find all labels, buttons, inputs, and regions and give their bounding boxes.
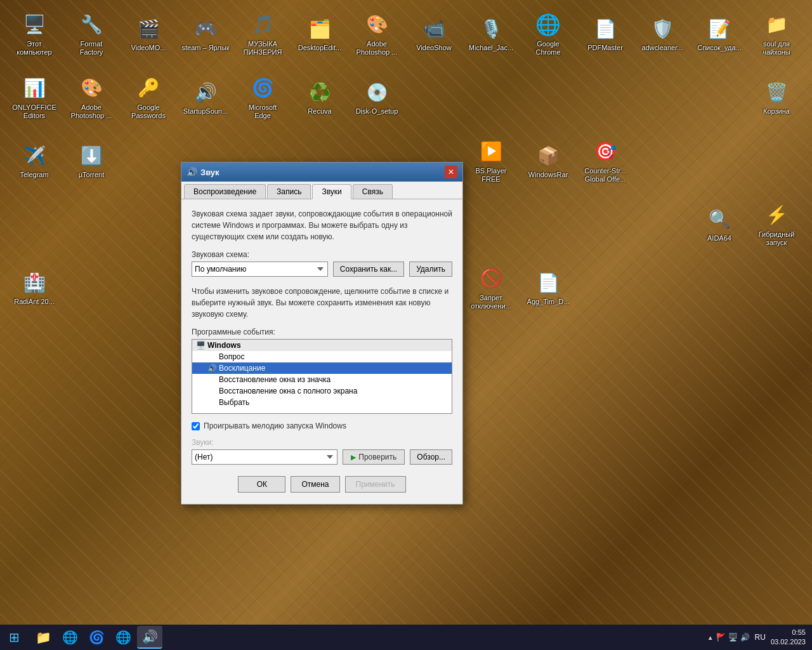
scheme-select[interactable]: По умолчанию: [192, 262, 328, 277]
start-button[interactable]: ⊞: [0, 625, 28, 650]
apply-button[interactable]: Применить: [345, 476, 406, 493]
dialog-tabs: Воспроизведение Запись Звуки Связь: [181, 182, 462, 199]
scheme-label: Звуковая схема:: [192, 250, 452, 259]
icon-ms-edge[interactable]: 🌀 MicrosoftEdge: [235, 70, 291, 126]
save-as-button[interactable]: Сохранить как...: [333, 262, 404, 277]
icon-hybrid[interactable]: ⚡ Гибридныйзапуск: [749, 197, 804, 253]
tab-sounds[interactable]: Звуки: [312, 184, 351, 199]
this-pc-label: Этот компьютер: [9, 40, 60, 56]
events-windows-group[interactable]: 🖥️ Windows: [192, 340, 452, 351]
icon-chrome[interactable]: 🌐 GoogleChrome: [520, 6, 576, 62]
taskbar-chrome[interactable]: 🌐: [57, 626, 82, 649]
icon-this-pc[interactable]: 🖥️ Этот компьютер: [6, 6, 62, 62]
dialog-title-icon: 🔊: [187, 167, 197, 177]
icon-desktop-edit[interactable]: 🗂️ DesktopEdit...: [292, 6, 348, 62]
icon-format-factory[interactable]: 🔧 FormatFactory: [63, 6, 119, 62]
ok-button[interactable]: ОК: [238, 476, 285, 493]
event-vosklitsanie[interactable]: 🔊 Восклицание: [192, 362, 452, 374]
tab-playback[interactable]: Воспроизведение: [184, 184, 266, 199]
delete-button[interactable]: Удалить: [409, 262, 452, 277]
dialog-buttons: ОК Отмена Применить: [192, 476, 452, 495]
icon-photoshop2[interactable]: 🎨 AdobePhotoshop ...: [63, 70, 119, 126]
tray-expand-icon[interactable]: ▲: [707, 634, 714, 641]
cancel-button[interactable]: Отмена: [291, 476, 339, 493]
icon-bs-player[interactable]: ▶️ BS.PlayerFREE: [463, 133, 519, 189]
icon-disk-o[interactable]: 💿 Disk-O_setup: [349, 70, 405, 126]
tray-lang[interactable]: RU: [755, 633, 766, 642]
taskbar-sound[interactable]: 🔊: [137, 626, 162, 649]
event-restore-icon-label: Восстановление окна из значка: [219, 375, 331, 384]
dialog-close-button[interactable]: ✕: [445, 166, 457, 178]
tray-flag-icon: 🚩: [716, 633, 726, 642]
icon-counter[interactable]: 🎯 Counter-Str...Global Offe...: [577, 133, 633, 189]
icon-pdfmaster[interactable]: 📄 PDFMaster: [577, 6, 633, 62]
sounds-select[interactable]: (Нет): [192, 449, 337, 465]
this-pc-icon: 🖥️: [22, 12, 47, 37]
format-factory-icon: 🔧: [79, 12, 104, 37]
event-restore-full[interactable]: Восстановление окна с полного экрана: [192, 385, 452, 397]
tray-monitor-icon: 🖥️: [728, 633, 738, 642]
taskbar-items: 📁 🌐 🌀 🌐 🔊: [28, 625, 701, 650]
sound-taskbar-icon: 🔊: [142, 629, 158, 644]
icon-corbin[interactable]: 🗑️ Корзина: [749, 70, 804, 126]
edge-taskbar-icon: 🌀: [89, 630, 105, 645]
tray-icons: ▲ 🚩 🖥️ 🔊: [707, 633, 750, 642]
event-vybrat[interactable]: Выбрать: [192, 397, 452, 408]
icon-zapret[interactable]: 🚫 Запретотключени...: [463, 260, 519, 316]
icon-onlyoffice[interactable]: 📊 ONLYOFFICEEditors: [6, 70, 62, 126]
browse-button[interactable]: Обзор...: [410, 449, 452, 465]
events-list[interactable]: 🖥️ Windows Вопрос 🔊 Восклицание Восстано…: [192, 339, 452, 414]
taskbar-right: ▲ 🚩 🖥️ 🔊 RU 0:55 03.02.2023: [701, 628, 812, 647]
event-vybrat-label: Выбрать: [219, 398, 249, 407]
startup-checkbox-label[interactable]: Проигрывать мелодию запуска Windows: [204, 421, 346, 430]
tab-record[interactable]: Запись: [267, 184, 311, 199]
system-date-value: 03.02.2023: [771, 637, 806, 647]
icon-agg-tim[interactable]: 📄 Agg_Tim_D...: [520, 260, 576, 316]
icon-photoshop1[interactable]: 🎨 AdobePhotoshop ...: [349, 6, 405, 62]
event-vopros[interactable]: Вопрос: [192, 351, 452, 362]
icon-google-pass[interactable]: 🔑 GooglePasswords: [121, 70, 176, 126]
play-triangle-icon: ▶: [351, 453, 356, 461]
chrome2-taskbar-icon: 🌐: [115, 630, 131, 645]
dialog-titlebar: 🔊 Звук ✕: [181, 162, 462, 182]
icon-steam[interactable]: 🎮 steam – Ярлык: [178, 6, 233, 62]
system-clock[interactable]: 0:55 03.02.2023: [771, 628, 806, 647]
icon-videoshow[interactable]: 📹 VideoShow: [406, 6, 462, 62]
play-button-label: Проверить: [358, 453, 396, 461]
icon-utorrent[interactable]: ⬇️ µTorrent: [63, 133, 119, 189]
event-vopros-label: Вопрос: [219, 352, 245, 361]
dialog-info-text: Чтобы изменить звуковое сопровождение, щ…: [192, 286, 452, 320]
tab-link[interactable]: Связь: [353, 184, 393, 199]
chrome-taskbar-icon: 🌐: [62, 630, 78, 645]
taskbar: ⊞ 📁 🌐 🌀 🌐 🔊 ▲ 🚩 🖥️ 🔊 RU 0:55 03.02.2023: [0, 625, 812, 650]
file-explorer-icon: 📁: [36, 630, 51, 645]
dialog-content: Звуковая схема задает звуки, сопровождаю…: [181, 199, 462, 504]
icon-music[interactable]: 🎵 МУЗЫКАПИНЗЕРИЯ: [235, 6, 291, 62]
icon-aida64[interactable]: 🔍 AIDA64: [691, 197, 747, 253]
events-windows-label: Windows: [207, 341, 241, 350]
icon-michael[interactable]: 🎙️ Michael_Jac...: [463, 6, 519, 62]
icon-videomo[interactable]: 🎬 VideoMO...: [121, 6, 176, 62]
tray-volume-icon[interactable]: 🔊: [740, 633, 750, 642]
icon-adwcleaner[interactable]: 🛡️ adwcleaner...: [634, 6, 690, 62]
event-restore-icon[interactable]: Восстановление окна из значка: [192, 374, 452, 385]
taskbar-file-explorer[interactable]: 📁: [30, 626, 56, 649]
icon-recuva[interactable]: ♻️ Recuva: [292, 70, 348, 126]
icon-startup[interactable]: 🔊 StartupSoun...: [178, 70, 233, 126]
icon-soul[interactable]: 📁 soul длячайхоны: [749, 6, 804, 62]
icon-spisok[interactable]: 📝 Список_уда...: [691, 6, 747, 62]
taskbar-edge[interactable]: 🌀: [84, 626, 109, 649]
icon-winrar[interactable]: 📦 WindowsRar: [520, 133, 576, 189]
icon-telegram[interactable]: ✈️ Telegram: [6, 133, 62, 189]
icon-radiant20[interactable]: 🏥 RadiAnt 20...: [6, 260, 62, 316]
sounds-label: Звуки:: [192, 438, 452, 447]
events-label: Программные события:: [192, 328, 452, 336]
checkbox-row: Проигрывать мелодию запуска Windows: [192, 421, 452, 430]
play-button[interactable]: ▶ Проверить: [343, 449, 405, 465]
sound-dialog: 🔊 Звук ✕ Воспроизведение Запись Звуки Св…: [181, 162, 463, 505]
taskbar-chrome2[interactable]: 🌐: [110, 626, 136, 649]
event-restore-full-label: Восстановление окна с полного экрана: [219, 387, 357, 395]
startup-checkbox[interactable]: [192, 422, 200, 430]
windows-group-icon: 🖥️: [196, 341, 205, 350]
scheme-row: По умолчанию Сохранить как... Удалить: [192, 262, 452, 277]
